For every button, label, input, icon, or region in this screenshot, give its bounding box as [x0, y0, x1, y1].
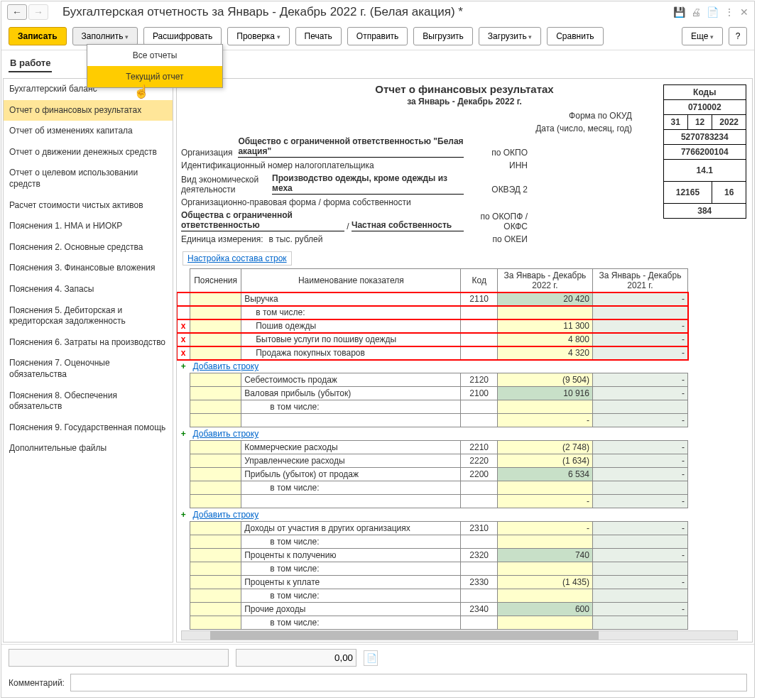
delete-row-icon[interactable]: x — [177, 333, 190, 346]
sidebar-item[interactable]: Отчет об изменениях капитала — [4, 121, 173, 142]
sidebar-item[interactable]: Пояснения 5. Дебиторская и кредиторская … — [4, 300, 173, 332]
preview-icon[interactable]: 📄 — [707, 6, 719, 18]
save-button[interactable]: Записать — [9, 27, 67, 45]
delete-row-icon[interactable]: x — [177, 346, 190, 360]
sidebar-item[interactable]: Пояснения 1. НМА и НИОКР — [4, 216, 173, 237]
download-button[interactable]: Загрузить — [479, 27, 541, 45]
sidebar-item[interactable]: Отчет о финансовых результатах — [4, 100, 173, 121]
sidebar-item[interactable]: Пояснения 8. Обеспечения обязательств — [4, 385, 173, 417]
report-content: Отчет о финансовых результатах за Январь… — [176, 78, 753, 642]
close-icon[interactable]: ✕ — [740, 6, 748, 18]
sidebar-item[interactable]: Пояснения 4. Запасы — [4, 279, 173, 300]
menu-icon[interactable]: ⋮ — [724, 6, 734, 18]
add-row-icon[interactable]: + — [177, 508, 190, 522]
more-button[interactable]: Еще — [682, 27, 723, 45]
sidebar-item[interactable]: Отчет о целевом использовании средств — [4, 163, 173, 195]
window-title: Бухгалтерская отчетность за Январь - Дек… — [62, 5, 673, 19]
tab-in-work[interactable]: В работе — [9, 55, 52, 72]
add-row-icon[interactable]: + — [177, 427, 190, 441]
help-button[interactable]: ? — [729, 27, 747, 45]
add-row-link[interactable]: Добавить строку — [193, 429, 259, 439]
sidebar-item[interactable]: Отчет о движении денежных средств — [4, 142, 173, 163]
comment-input[interactable] — [70, 674, 747, 691]
footer-field-1[interactable] — [9, 649, 229, 667]
print-button[interactable]: Печать — [295, 27, 342, 45]
comment-label: Комментарий: — [9, 678, 65, 688]
settings-link[interactable]: Настройка состава строк — [183, 251, 292, 266]
main-toolbar: Записать Заполнить Расшифровать Проверка… — [1, 23, 754, 50]
add-row-link[interactable]: Добавить строку — [193, 510, 259, 520]
report-table: Пояснения Наименование показателя Код За… — [177, 268, 688, 630]
compare-button[interactable]: Сравнить — [547, 27, 603, 45]
codes-table: Коды 0710002 31122022 5270783234 7766200… — [663, 84, 746, 219]
add-row-link[interactable]: Добавить строку — [193, 361, 259, 371]
check-button[interactable]: Проверка — [227, 27, 289, 45]
delete-row-icon[interactable]: x — [177, 319, 190, 333]
add-row-icon[interactable]: + — [177, 360, 190, 373]
sidebar-item[interactable]: Пояснения 3. Финансовые вложения — [4, 258, 173, 279]
nav-forward-button[interactable]: → — [28, 4, 48, 20]
horizontal-scrollbar[interactable] — [181, 630, 738, 640]
fill-menu-current[interactable]: Текущий отчет — [87, 66, 222, 87]
sidebar-item[interactable]: Пояснения 2. Основные средства — [4, 237, 173, 258]
fill-dropdown-menu: Все отчеты Текущий отчет — [87, 44, 223, 88]
decode-button[interactable]: Расшифровать — [143, 27, 222, 45]
footer-field-2[interactable] — [236, 649, 356, 667]
save-icon[interactable]: 💾 — [673, 6, 685, 18]
titlebar: ← → Бухгалтерская отчетность за Январь -… — [1, 1, 754, 23]
footer-doc-icon[interactable]: 📄 — [364, 650, 378, 666]
sidebar-item[interactable]: Пояснения 9. Государственная помощь — [4, 417, 173, 439]
fill-button[interactable]: Заполнить — [72, 27, 138, 45]
send-button[interactable]: Отправить — [347, 27, 408, 45]
footer-bar: 📄 — [1, 644, 754, 671]
sidebar-item[interactable]: Пояснения 7. Оценочные обязательства — [4, 353, 173, 385]
sidebar-item[interactable]: Пояснения 6. Затраты на производство — [4, 332, 173, 354]
sidebar-item[interactable]: Расчет стоимости чистых активов — [4, 195, 173, 217]
upload-button[interactable]: Выгрузить — [413, 27, 473, 45]
sidebar-item[interactable]: Дополнительные файлы — [4, 438, 173, 459]
nav-back-button[interactable]: ← — [7, 4, 27, 20]
print-icon[interactable]: 🖨 — [691, 6, 701, 18]
fill-menu-all[interactable]: Все отчеты — [87, 45, 222, 66]
report-sidebar: Бухгалтерский баланс Отчет о финансовых … — [3, 78, 173, 642]
